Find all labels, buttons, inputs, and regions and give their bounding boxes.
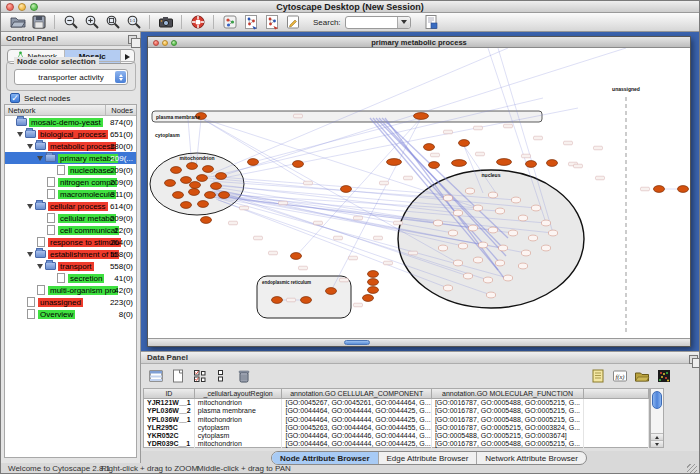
tree-row[interactable]: nucleobase-209(0) [5,164,136,176]
attribute-editor-icon[interactable] [589,367,606,384]
gene-node-highlighted[interactable] [291,253,302,260]
gene-node[interactable] [473,257,482,263]
expander-icon[interactable] [37,156,43,161]
gene-node-highlighted[interactable] [654,186,665,193]
table-cell[interactable]: [GO:0045263, GO:0044464, GO:0044455, G..… [282,424,431,432]
edge[interactable] [213,98,543,176]
tree-col-nodes[interactable]: Nodes [111,106,133,115]
zoom-fit-icon[interactable]: 1:1 [125,14,142,31]
table-cell[interactable]: YJR121W__1 [144,399,195,407]
gene-node[interactable] [548,230,557,236]
table-cell[interactable]: [GO:0044464, GO:0044444, GO:0044425, G..… [282,407,431,415]
help-lifebuoy-icon[interactable] [189,14,206,31]
scrollbar-thumb[interactable] [652,391,662,409]
network-window-titlebar[interactable]: primary metabolic process [148,37,690,48]
table-cell[interactable] [584,432,649,440]
expander-icon[interactable] [37,264,43,269]
tree-row[interactable]: primary metabo209(... [5,152,136,164]
float-panel-icon[interactable] [128,35,137,44]
scroll-up-button[interactable] [651,433,663,440]
zoom-in-icon[interactable] [83,14,100,31]
resize-grip-icon[interactable] [687,464,697,474]
node-color-dropdown[interactable]: transporter activity [14,69,128,85]
table-cell[interactable]: YPL036W__1 [144,416,195,424]
gene-node-highlighted[interactable] [301,297,312,304]
column-header[interactable]: _cellularLayoutRegion [195,389,283,399]
gene-node[interactable] [453,210,462,216]
zoom-selected-icon[interactable] [104,14,121,31]
gene-node[interactable] [488,192,497,198]
expander-icon[interactable] [27,204,33,209]
gene-node[interactable] [518,263,527,269]
table-cell[interactable]: YKR052C [144,432,195,440]
tree-row[interactable]: cellular metabo209(0) [5,212,136,224]
table-cell[interactable] [584,407,649,415]
gene-node-highlighted[interactable] [368,287,379,294]
gene-node-highlighted[interactable] [272,297,283,304]
zoom-out-icon[interactable] [62,14,79,31]
gene-node[interactable] [521,250,530,256]
snapshot-icon[interactable] [157,14,174,31]
gene-node-highlighted[interactable] [171,167,182,174]
gene-node[interactable] [541,220,550,226]
table-cell[interactable]: mitochondrion [195,416,283,424]
table-mode-icon[interactable] [147,367,164,384]
table-cell[interactable]: [GO:0016787, GO:0005488, GO:0005215, G..… [432,416,584,424]
gene-node[interactable] [518,215,527,221]
create-network-icon[interactable] [242,14,259,31]
gene-node[interactable] [495,208,504,214]
tree-row[interactable]: nitrogen compo209(0) [5,176,136,188]
table-cell[interactable]: [GO:0044464, GO:0044444, GO:0044425, G..… [282,440,431,448]
column-header[interactable]: annotation.GO CELLULAR_COMPONENT [282,389,431,399]
table-row[interactable]: YJR121W__1mitochondrion[GO:0045267, GO:0… [144,399,649,407]
canvas-horizontal-scrollbar[interactable] [148,338,690,346]
gene-node[interactable] [511,197,520,203]
tree-row[interactable]: response to stimulu264(0) [5,236,136,248]
table-cell[interactable]: mitochondrion [195,399,283,407]
table-cell[interactable]: YPL036W__2 [144,407,195,415]
gene-node[interactable] [438,245,447,251]
import-attributes-icon[interactable] [633,367,650,384]
gene-node[interactable] [488,227,497,233]
gene-node-highlighted[interactable] [363,295,374,302]
gene-node[interactable] [463,273,472,279]
table-cell[interactable]: plasma membrane [195,407,283,415]
table-row[interactable]: YLR295Ccytoplasm[GO:0045263, GO:0044464,… [144,424,649,432]
gene-node-highlighted[interactable] [181,177,192,184]
new-attribute-icon[interactable] [169,367,186,384]
gene-node[interactable] [483,277,492,283]
table-cell[interactable]: [GO:0045267, GO:0045261, GO:0044464, G..… [282,399,431,407]
table-row[interactable]: YKR052Ccytoplasm[GO:0044464, GO:0044446,… [144,432,649,440]
gene-node[interactable] [508,230,517,236]
gene-node-highlighted[interactable] [198,201,209,208]
table-cell[interactable]: [GO:0044464, GO:0044446, GO:0044444, G..… [282,432,431,440]
float-panel-icon[interactable] [689,355,698,364]
gene-node-highlighted[interactable] [424,144,435,151]
function-builder-icon[interactable]: f(x) [611,367,628,384]
tree-row[interactable]: cell communicat22(0) [5,224,136,236]
tree-row[interactable]: mosaic-demo-yeast874(0) [5,116,136,128]
tree-row[interactable]: metabolic process280(0) [5,140,136,152]
gene-node-highlighted[interactable] [678,186,689,193]
table-cell[interactable] [584,440,649,448]
expander-icon[interactable] [17,132,23,137]
expander-icon[interactable] [27,252,33,257]
gene-node-highlighted[interactable] [190,182,201,189]
tree-row[interactable]: Overview8(0) [5,308,136,320]
vizmapper-icon[interactable] [221,14,238,31]
table-cell[interactable]: cytoplasm [195,432,283,440]
gene-node-highlighted[interactable] [197,175,208,182]
gene-node-highlighted[interactable] [497,159,512,166]
gene-node-highlighted[interactable] [293,161,304,168]
gene-node-highlighted[interactable] [205,192,216,199]
select-attributes-icon[interactable] [191,367,208,384]
gene-node[interactable] [498,245,507,251]
gene-node-highlighted[interactable] [526,161,537,168]
table-cell[interactable] [584,416,649,424]
gene-node-highlighted[interactable] [189,189,200,196]
gene-node-highlighted[interactable] [201,217,212,224]
gene-node[interactable] [541,245,550,251]
tree-col-network[interactable]: Network [8,106,36,115]
table-cell[interactable]: [GO:0005488, GO:0005215, GO:0003674] [432,432,584,440]
network-canvas[interactable]: plasma membranecytoplasmmitochondrionnuc… [148,48,690,338]
